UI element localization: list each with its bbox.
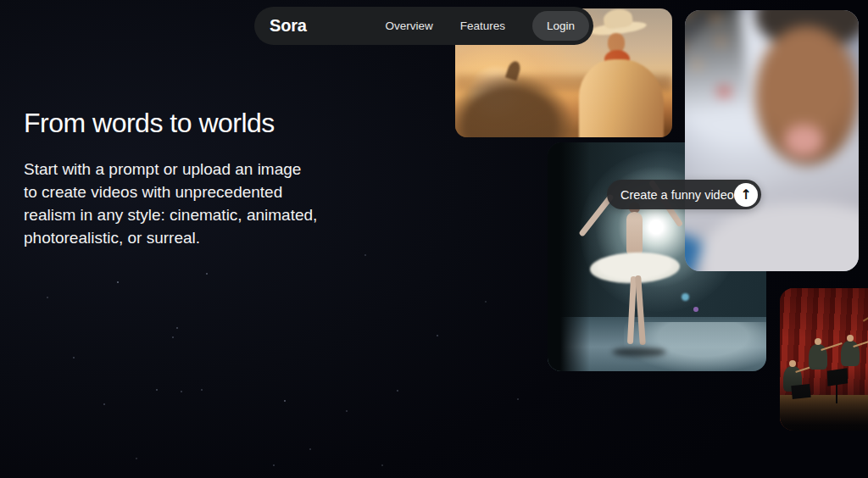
prompt-pill-label: Create a funny video (620, 188, 734, 202)
ballerina-torso (626, 212, 643, 258)
video-thumbnail-blurred-selfie (685, 10, 859, 271)
hero-section: From words to worlds Start with a prompt… (24, 107, 346, 249)
video-thumbnail-claymation-orchestra (780, 288, 868, 431)
hero-description: Start with a prompt or upload an image t… (24, 158, 346, 249)
person-hoodie (701, 203, 859, 271)
nav-link-overview[interactable]: Overview (385, 19, 432, 32)
red-light-blur (717, 86, 731, 97)
lens-flare (682, 293, 689, 301)
ballerina-leg (635, 275, 646, 345)
lens-flare (693, 307, 698, 312)
page-title: From words to worlds (24, 107, 346, 139)
background-stars (0, 0, 2, 2)
navbar: Sora Overview Features Login (254, 7, 593, 45)
login-button[interactable]: Login (532, 11, 589, 41)
prompt-pill[interactable]: Create a funny video ↑ (607, 180, 761, 209)
blurred-content (685, 10, 859, 271)
nav-link-features[interactable]: Features (460, 19, 505, 32)
bottom-fade-overlay (780, 288, 868, 431)
ballerina-shadow (612, 347, 666, 357)
submit-prompt-button[interactable]: ↑ (734, 183, 758, 207)
arrow-up-icon: ↑ (740, 188, 751, 202)
person-tongue (784, 125, 824, 157)
sora-logo[interactable]: Sora (270, 16, 307, 36)
dark-building (685, 10, 750, 119)
